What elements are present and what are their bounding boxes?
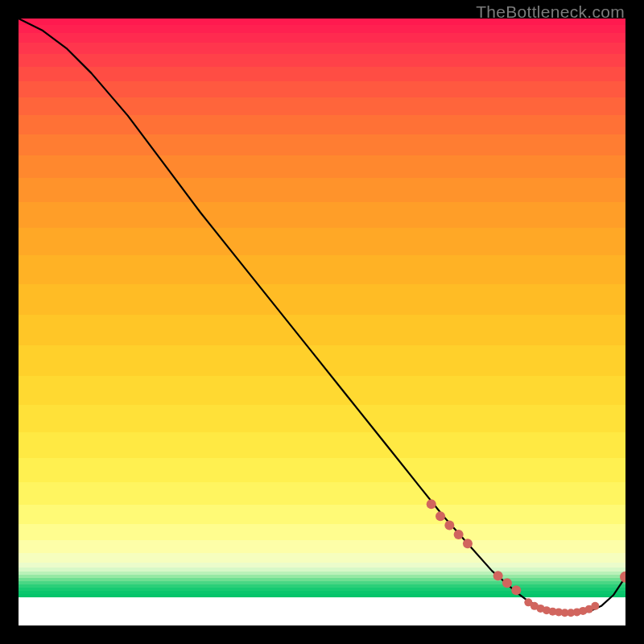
bottleneck-curve bbox=[19, 19, 625, 613]
data-marker bbox=[454, 530, 464, 539]
data-marker bbox=[436, 511, 445, 521]
data-marker bbox=[427, 499, 436, 509]
data-marker bbox=[444, 521, 454, 530]
data-marker bbox=[463, 539, 473, 548]
data-marker bbox=[502, 578, 512, 588]
chart-svg bbox=[19, 19, 625, 625]
plot-area bbox=[19, 19, 625, 625]
data-marker bbox=[591, 602, 599, 610]
data-marker bbox=[620, 572, 625, 583]
data-marker bbox=[511, 585, 521, 595]
chart-stage: TheBottleneck.com bbox=[0, 0, 644, 644]
data-marker bbox=[493, 571, 503, 580]
